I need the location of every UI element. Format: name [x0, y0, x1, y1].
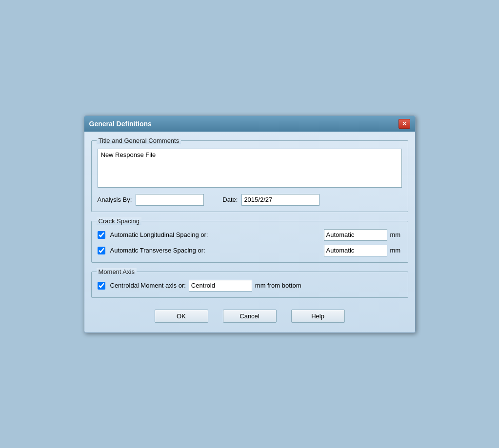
- longitudinal-checkbox[interactable]: [98, 231, 105, 239]
- cancel-button[interactable]: Cancel: [223, 310, 277, 323]
- transverse-label: Automatic Transverse Spacing or:: [110, 247, 321, 254]
- analysis-by-input[interactable]: [136, 194, 204, 206]
- transverse-value-input[interactable]: [324, 245, 387, 256]
- close-button[interactable]: ✕: [399, 119, 410, 129]
- title-comments-legend: Title and General Comments: [97, 137, 181, 144]
- title-comments-group: Title and General Comments New Response …: [91, 140, 408, 212]
- centroidal-checkbox[interactable]: [98, 282, 105, 290]
- transverse-checkbox[interactable]: [98, 247, 105, 254]
- moment-axis-legend: Moment Axis: [97, 268, 137, 275]
- centroidal-label: Centroidal Moment axis or:: [110, 282, 186, 289]
- title-comments-textarea[interactable]: New Response File: [98, 149, 402, 188]
- dialog-body: Title and General Comments New Response …: [84, 132, 415, 332]
- moment-axis-group: Moment Axis Centroidal Moment axis or: m…: [91, 272, 408, 298]
- analysis-by-label: Analysis By:: [98, 196, 132, 203]
- date-input[interactable]: [241, 194, 319, 206]
- general-definitions-dialog: General Definitions ✕ Title and General …: [84, 116, 416, 333]
- transverse-unit: mm: [390, 247, 402, 254]
- crack-spacing-legend: Crack Spacing: [97, 217, 142, 225]
- transverse-row: Automatic Transverse Spacing or: mm: [98, 245, 402, 256]
- date-label: Date:: [222, 196, 238, 203]
- help-button[interactable]: Help: [291, 310, 345, 323]
- centroidal-value-input[interactable]: [189, 280, 252, 292]
- centroidal-unit: mm from bottom: [255, 282, 301, 289]
- title-bar: General Definitions ✕: [84, 116, 415, 132]
- crack-spacing-group: Crack Spacing Automatic Longitudinal Spa…: [91, 221, 408, 263]
- longitudinal-row: Automatic Longitudinal Spacing or: mm: [98, 229, 402, 241]
- buttons-row: OK Cancel Help: [91, 308, 408, 325]
- longitudinal-unit: mm: [390, 231, 402, 238]
- dialog-title: General Definitions: [89, 120, 152, 128]
- longitudinal-label: Automatic Longitudinal Spacing or:: [110, 231, 321, 238]
- analysis-row: Analysis By: Date:: [98, 194, 402, 206]
- centroidal-row: Centroidal Moment axis or: mm from botto…: [98, 280, 402, 292]
- longitudinal-value-input[interactable]: [324, 229, 387, 241]
- ok-button[interactable]: OK: [155, 310, 208, 323]
